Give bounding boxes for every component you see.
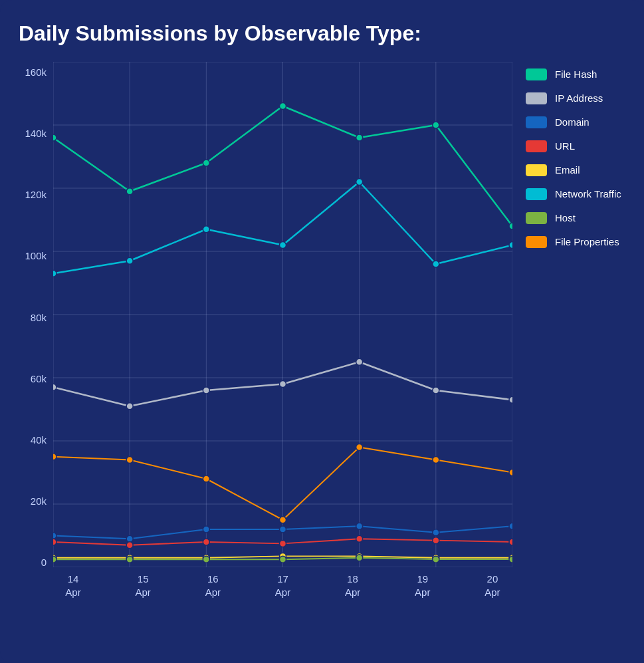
series-dot-host	[203, 556, 209, 563]
legend-swatch	[526, 92, 547, 104]
legend-label: URL	[555, 140, 575, 152]
series-dot-url	[356, 535, 363, 542]
series-dot-url	[280, 540, 286, 547]
x-axis-label: 17Apr	[263, 573, 302, 598]
series-dot-host	[356, 555, 363, 561]
series-dot-fileProperties	[509, 469, 512, 476]
legend-label: Network Traffic	[555, 188, 621, 200]
x-axis-label: 18Apr	[333, 573, 373, 598]
series-dot-domain	[126, 535, 133, 542]
series-dot-url	[126, 542, 133, 549]
series-dot-networkTraffic	[356, 179, 363, 186]
legend-swatch	[526, 188, 547, 200]
y-axis-label: 100k	[25, 251, 47, 261]
series-dot-host	[433, 556, 439, 563]
legend-item: URL	[526, 140, 625, 152]
series-dot-host	[280, 556, 286, 563]
series-dot-fileProperties	[356, 444, 363, 451]
series-dot-fileHash	[126, 188, 133, 195]
series-dot-fileHash	[53, 134, 56, 141]
series-dot-host	[509, 556, 512, 563]
series-line-fileHash	[53, 106, 512, 227]
series-dot-networkTraffic	[509, 242, 512, 249]
legend-label: Domain	[555, 116, 590, 128]
y-axis-label: 60k	[31, 374, 47, 384]
legend: File HashIP AddressDomainURLEmailNetwork…	[512, 62, 625, 607]
series-dot-fileProperties	[203, 475, 209, 482]
legend-label: Email	[555, 164, 580, 176]
series-dot-networkTraffic	[203, 226, 209, 233]
series-dot-fileHash	[203, 160, 209, 166]
legend-item: File Hash	[526, 68, 625, 80]
series-line-networkTraffic	[53, 182, 512, 274]
series-dot-domain	[53, 533, 56, 539]
y-axis-label: 80k	[31, 313, 47, 323]
series-dot-domain	[509, 523, 512, 529]
series-dot-fileHash	[509, 223, 512, 229]
x-axis-label: 14Apr	[53, 573, 93, 598]
y-axis-label: 160k	[25, 67, 47, 77]
legend-swatch	[526, 140, 547, 152]
legend-item: Network Traffic	[526, 188, 625, 200]
lines-svg	[53, 62, 512, 567]
card: Daily Submissions by Observable Type: 16…	[0, 0, 644, 663]
series-dot-ipAddress	[280, 381, 286, 388]
x-axis: 14Apr15Apr16Apr17Apr18Apr19Apr20Apr	[53, 567, 512, 607]
series-dot-url	[433, 537, 439, 544]
series-dot-domain	[280, 526, 286, 533]
series-dot-networkTraffic	[53, 270, 56, 277]
y-axis-label: 0	[41, 557, 47, 567]
series-dot-domain	[203, 526, 209, 533]
legend-label: IP Address	[555, 92, 603, 104]
legend-item: IP Address	[526, 92, 625, 104]
legend-swatch	[526, 212, 547, 224]
series-dot-ipAddress	[126, 403, 133, 410]
legend-label: File Properties	[555, 236, 619, 248]
series-dot-ipAddress	[509, 396, 512, 403]
x-axis-label: 19Apr	[403, 573, 443, 598]
y-axis-label: 20k	[31, 496, 47, 506]
series-dot-networkTraffic	[433, 261, 439, 267]
legend-swatch	[526, 116, 547, 128]
series-dot-fileHash	[280, 103, 286, 110]
x-axis-label: 20Apr	[473, 573, 512, 598]
series-dot-fileHash	[433, 122, 439, 128]
series-dot-ipAddress	[203, 387, 209, 394]
series-dot-fileProperties	[280, 517, 286, 523]
legend-label: Host	[555, 212, 576, 224]
series-dot-fileProperties	[126, 457, 133, 464]
legend-item: Email	[526, 164, 625, 176]
series-dot-fileHash	[356, 134, 363, 141]
y-axis: 160k140k120k100k80k60k40k20k0	[19, 62, 53, 607]
series-dot-networkTraffic	[126, 257, 133, 264]
legend-swatch	[526, 68, 547, 80]
legend-item: Domain	[526, 116, 625, 128]
series-dot-fileProperties	[433, 457, 439, 464]
chart-title: Daily Submissions by Observable Type:	[19, 21, 625, 46]
x-axis-label: 16Apr	[193, 573, 233, 598]
x-axis-label: 15Apr	[123, 573, 163, 598]
chart-left: 160k140k120k100k80k60k40k20k0 14Apr15Apr…	[19, 62, 512, 607]
legend-swatch	[526, 164, 547, 176]
y-axis-label: 120k	[25, 190, 47, 199]
series-dot-ipAddress	[53, 384, 56, 390]
series-line-fileProperties	[53, 448, 512, 520]
legend-item: File Properties	[526, 236, 625, 248]
legend-item: Host	[526, 212, 625, 224]
series-dot-url	[203, 539, 209, 545]
legend-label: File Hash	[555, 68, 597, 80]
series-dot-fileProperties	[53, 454, 56, 460]
series-dot-domain	[433, 529, 439, 536]
series-dot-networkTraffic	[280, 242, 286, 249]
series-dot-host	[126, 556, 133, 563]
series-dot-host	[53, 556, 56, 563]
y-axis-label: 140k	[25, 128, 47, 138]
plot-area: 14Apr15Apr16Apr17Apr18Apr19Apr20Apr	[53, 62, 512, 607]
series-dot-url	[53, 539, 56, 545]
series-dot-domain	[356, 523, 363, 529]
legend-swatch	[526, 236, 547, 248]
series-dot-ipAddress	[356, 358, 363, 365]
series-dot-url	[509, 539, 512, 545]
series-dot-ipAddress	[433, 387, 439, 394]
chart-area: 160k140k120k100k80k60k40k20k0 14Apr15Apr…	[19, 62, 625, 607]
